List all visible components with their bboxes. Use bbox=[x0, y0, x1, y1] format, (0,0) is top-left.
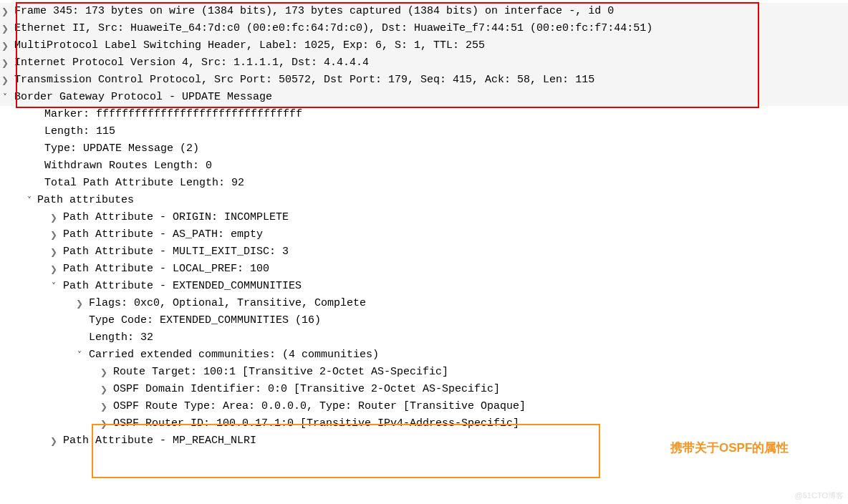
tree-item-frame[interactable]: ❯ Frame 345: 173 bytes on wire (1384 bit… bbox=[0, 3, 848, 20]
chevron-right-icon: ❯ bbox=[99, 364, 109, 381]
annotation-ospf: 携带关于OSPF的属性 bbox=[670, 440, 789, 456]
tree-item-ec-flags[interactable]: ❯ Flags: 0xc0, Optional, Transitive, Com… bbox=[0, 295, 848, 312]
bgp-summary: Border Gateway Protocol - UPDATE Message bbox=[14, 89, 272, 106]
attr-localpref: Path Attribute - LOCAL_PREF: 100 bbox=[63, 261, 269, 278]
chevron-right-icon: ❯ bbox=[0, 54, 10, 72]
mpls-summary: MultiProtocol Label Switching Header, La… bbox=[14, 37, 485, 54]
chevron-right-icon: ❯ bbox=[0, 72, 10, 89]
ec-flags: Flags: 0xc0, Optional, Transitive, Compl… bbox=[89, 295, 366, 312]
tree-item-med[interactable]: ❯ Path Attribute - MULTI_EXIT_DISC: 3 bbox=[0, 243, 848, 261]
ip-summary: Internet Protocol Version 4, Src: 1.1.1.… bbox=[14, 54, 369, 72]
attr-aspath: Path Attribute - AS_PATH: empty bbox=[63, 226, 263, 243]
bgp-tpal: Total Path Attribute Length: 92 bbox=[44, 175, 244, 192]
chevron-right-icon: ❯ bbox=[99, 415, 109, 432]
packet-details-pane[interactable]: ❯ Frame 345: 173 bytes on wire (1384 bit… bbox=[0, 0, 848, 450]
tree-item-tpal[interactable]: Total Path Attribute Length: 92 bbox=[0, 175, 848, 192]
tree-item-ec-ospfdi[interactable]: ❯ OSPF Domain Identifier: 0:0 [Transitiv… bbox=[0, 381, 848, 398]
attr-extcomm: Path Attribute - EXTENDED_COMMUNITIES bbox=[63, 278, 302, 295]
chevron-right-icon: ❯ bbox=[0, 37, 10, 54]
path-attributes-label: Path attributes bbox=[37, 192, 134, 209]
tcp-summary: Transmission Control Protocol, Src Port:… bbox=[14, 72, 594, 89]
tree-item-mpls[interactable]: ❯ MultiProtocol Label Switching Header, … bbox=[0, 37, 848, 54]
chevron-right-icon: ❯ bbox=[74, 295, 85, 312]
tree-item-ec-typecode[interactable]: Type Code: EXTENDED_COMMUNITIES (16) bbox=[0, 312, 848, 329]
attr-origin: Path Attribute - ORIGIN: INCOMPLETE bbox=[63, 209, 289, 226]
tree-item-origin[interactable]: ❯ Path Attribute - ORIGIN: INCOMPLETE bbox=[0, 209, 848, 226]
chevron-down-icon: ˅ bbox=[0, 89, 10, 106]
ec-ospf-route-type: OSPF Route Type: Area: 0.0.0.0, Type: Ro… bbox=[113, 398, 526, 415]
tree-item-ip[interactable]: ❯ Internet Protocol Version 4, Src: 1.1.… bbox=[0, 54, 848, 72]
chevron-right-icon: ❯ bbox=[0, 3, 10, 20]
tree-item-bgp[interactable]: ˅ Border Gateway Protocol - UPDATE Messa… bbox=[0, 89, 848, 106]
tree-item-ec-rt[interactable]: ❯ Route Target: 100:1 [Transitive 2-Octe… bbox=[0, 364, 848, 381]
tree-item-withdrawn[interactable]: Withdrawn Routes Length: 0 bbox=[0, 158, 848, 175]
tree-item-aspath[interactable]: ❯ Path Attribute - AS_PATH: empty bbox=[0, 226, 848, 243]
attr-mpreach: Path Attribute - MP_REACH_NLRI bbox=[63, 432, 256, 450]
tree-item-marker[interactable]: Marker: ffffffffffffffffffffffffffffffff bbox=[0, 106, 848, 123]
ethernet-summary: Ethernet II, Src: HuaweiTe_64:7d:c0 (00:… bbox=[14, 20, 652, 37]
tree-item-type[interactable]: Type: UPDATE Message (2) bbox=[0, 140, 848, 158]
tree-item-ec-length[interactable]: Length: 32 bbox=[0, 329, 848, 346]
tree-item-path-attributes[interactable]: ˅ Path attributes bbox=[0, 192, 848, 209]
ec-ospf-router-id: OSPF Router ID: 100.0.17.1:0 [Transitive… bbox=[113, 415, 519, 432]
chevron-right-icon: ❯ bbox=[49, 261, 59, 278]
tree-item-ethernet[interactable]: ❯ Ethernet II, Src: HuaweiTe_64:7d:c0 (0… bbox=[0, 20, 848, 37]
attr-med: Path Attribute - MULTI_EXIT_DISC: 3 bbox=[63, 243, 289, 261]
tree-item-ec-ospfrid[interactable]: ❯ OSPF Router ID: 100.0.17.1:0 [Transiti… bbox=[0, 415, 848, 432]
chevron-right-icon: ❯ bbox=[49, 209, 59, 226]
chevron-down-icon: ˅ bbox=[74, 346, 85, 364]
chevron-right-icon: ❯ bbox=[99, 398, 109, 415]
tree-item-length[interactable]: Length: 115 bbox=[0, 123, 848, 140]
ec-typecode: Type Code: EXTENDED_COMMUNITIES (16) bbox=[89, 312, 321, 329]
watermark: @51CTO博客 bbox=[795, 490, 844, 501]
bgp-type: Type: UPDATE Message (2) bbox=[44, 140, 199, 158]
ec-carried: Carried extended communities: (4 communi… bbox=[89, 346, 379, 364]
bgp-withdrawn: Withdrawn Routes Length: 0 bbox=[44, 158, 212, 175]
tree-item-localpref[interactable]: ❯ Path Attribute - LOCAL_PREF: 100 bbox=[0, 261, 848, 278]
ec-rt: Route Target: 100:1 [Transitive 2-Octet … bbox=[113, 364, 448, 381]
chevron-right-icon: ❯ bbox=[49, 226, 59, 243]
chevron-right-icon: ❯ bbox=[49, 432, 59, 450]
chevron-right-icon: ❯ bbox=[99, 381, 109, 398]
frame-summary: Frame 345: 173 bytes on wire (1384 bits)… bbox=[14, 3, 614, 20]
chevron-right-icon: ❯ bbox=[49, 243, 59, 261]
chevron-right-icon: ❯ bbox=[0, 20, 10, 37]
ec-ospf-domain-id: OSPF Domain Identifier: 0:0 [Transitive … bbox=[113, 381, 500, 398]
ec-length: Length: 32 bbox=[89, 329, 153, 346]
tree-item-ec-ospfrt[interactable]: ❯ OSPF Route Type: Area: 0.0.0.0, Type: … bbox=[0, 398, 848, 415]
tree-item-extcomm[interactable]: ˅ Path Attribute - EXTENDED_COMMUNITIES bbox=[0, 278, 848, 295]
bgp-marker: Marker: ffffffffffffffffffffffffffffffff bbox=[44, 106, 302, 123]
tree-item-tcp[interactable]: ❯ Transmission Control Protocol, Src Por… bbox=[0, 72, 848, 89]
tree-item-ec-carried[interactable]: ˅ Carried extended communities: (4 commu… bbox=[0, 346, 848, 364]
chevron-down-icon: ˅ bbox=[49, 278, 59, 295]
chevron-down-icon: ˅ bbox=[24, 192, 34, 209]
bgp-length: Length: 115 bbox=[44, 123, 115, 140]
